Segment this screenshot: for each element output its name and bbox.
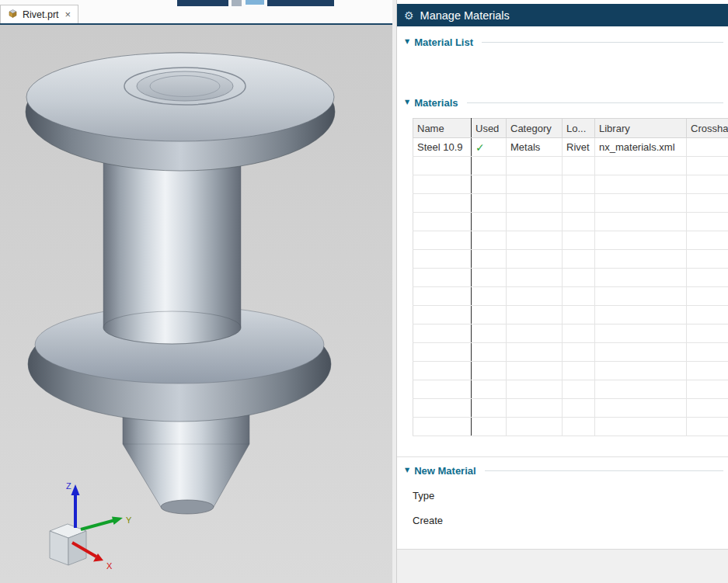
- tab-label: Rivet.prt: [23, 9, 59, 20]
- create-label: Create: [413, 515, 443, 526]
- table-empty-row[interactable]: [413, 175, 728, 194]
- tab-rivet-part[interactable]: Rivet.prt ×: [0, 5, 78, 23]
- orientation-triad[interactable]: Z Y X: [50, 481, 132, 571]
- toolbar-button-partial[interactable]: [232, 0, 242, 6]
- table-empty-row[interactable]: [413, 418, 728, 436]
- column-header-name[interactable]: Name: [413, 119, 472, 138]
- group-separator: [397, 456, 728, 457]
- section-label: New Material: [414, 465, 475, 477]
- section-rule: [467, 102, 723, 103]
- table-empty-row[interactable]: [413, 250, 728, 269]
- table-empty-row[interactable]: [413, 231, 728, 250]
- table-header-row: Name Used Category Lo... Library Crossha: [413, 119, 728, 138]
- gear-icon: ⚙: [404, 10, 414, 21]
- table-empty-row[interactable]: [413, 362, 728, 380]
- collapse-arrow-icon: ▼: [405, 467, 409, 474]
- table-row[interactable]: Steel 10.9✓MetalsRivetnx_materials.xml: [413, 138, 728, 157]
- tab-close-icon[interactable]: ×: [65, 9, 71, 19]
- rivet-model: [26, 53, 335, 514]
- column-header-crosshatch[interactable]: Crossha: [687, 119, 728, 138]
- toolbar-button-partial[interactable]: [246, 0, 264, 5]
- table-empty-row[interactable]: [413, 306, 728, 324]
- section-material-list[interactable]: ▼ Material List: [405, 35, 723, 49]
- toolbar-button-partial[interactable]: [267, 0, 334, 6]
- y-axis-label: Y: [126, 515, 132, 525]
- type-label: Type: [413, 490, 434, 501]
- section-label: Material List: [414, 36, 473, 48]
- column-header-library[interactable]: Library: [595, 119, 687, 138]
- table-empty-row[interactable]: [413, 324, 728, 343]
- table-empty-row[interactable]: [413, 343, 728, 362]
- part-icon: [8, 9, 18, 21]
- manage-materials-dialog: ⚙ Manage Materials ▼ Material List ▼ Mat…: [396, 0, 728, 583]
- z-axis-label: Z: [66, 481, 71, 491]
- table-empty-row[interactable]: [413, 287, 728, 306]
- 3d-canvas[interactable]: Z Y X: [0, 25, 392, 583]
- dialog-footer: [397, 549, 728, 583]
- table-empty-row[interactable]: [413, 213, 728, 231]
- collapse-arrow-icon: ▼: [405, 99, 409, 106]
- table-empty-row[interactable]: [413, 194, 728, 213]
- toolbar-button-partial[interactable]: [177, 0, 228, 6]
- graphics-viewport: Rivet.prt ×: [0, 0, 392, 583]
- section-label: Materials: [414, 97, 458, 109]
- materials-table-body: Steel 10.9✓MetalsRivetnx_materials.xml: [413, 138, 728, 436]
- dialog-title: Manage Materials: [420, 9, 510, 22]
- column-header-category[interactable]: Category: [507, 119, 563, 138]
- column-header-location[interactable]: Lo...: [563, 119, 595, 138]
- dialog-titlebar[interactable]: ⚙ Manage Materials: [397, 4, 728, 26]
- section-rule: [485, 470, 723, 471]
- materials-table: Name Used Category Lo... Library Crossha…: [413, 118, 728, 452]
- x-axis-label: X: [106, 561, 113, 571]
- section-materials[interactable]: ▼ Materials: [405, 95, 723, 109]
- section-rule: [482, 42, 723, 43]
- z-axis-icon: [71, 484, 80, 495]
- collapse-arrow-icon: ▼: [405, 39, 409, 45]
- part-tab-bar: Rivet.prt ×: [0, 0, 392, 25]
- section-new-material[interactable]: ▼ New Material: [405, 463, 723, 477]
- y-axis-icon: [112, 517, 123, 526]
- column-header-used[interactable]: Used: [472, 119, 507, 138]
- table-empty-row[interactable]: [413, 399, 728, 418]
- table-empty-row[interactable]: [413, 157, 728, 175]
- table-empty-row[interactable]: [413, 380, 728, 399]
- table-empty-row[interactable]: [413, 269, 728, 287]
